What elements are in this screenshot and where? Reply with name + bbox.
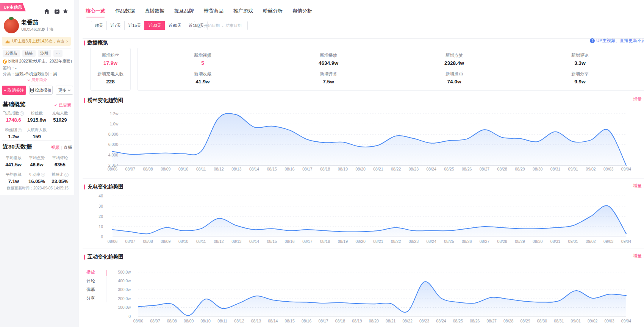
divider bbox=[2, 140, 71, 141]
tag[interactable]: 沙雕 bbox=[38, 50, 51, 57]
rank-banner-arrow: › bbox=[66, 39, 68, 44]
tab-mentioned-brands[interactable]: 提及品牌 bbox=[174, 8, 194, 17]
tag-more[interactable]: ··· bbox=[53, 50, 63, 57]
stat-avg-favorites: 平均收藏 7.1w bbox=[2, 172, 25, 184]
x-axis-label: 08/11 bbox=[196, 239, 206, 244]
x-axis-label: 08/17 bbox=[302, 167, 312, 171]
x-axis-label: 08/30 bbox=[533, 239, 542, 244]
x-axis-label: 09/03 bbox=[604, 319, 614, 323]
toggle-video[interactable]: 视频 bbox=[51, 145, 59, 150]
y-axis-label: 8,000 bbox=[108, 132, 118, 136]
category-row: 分类：游戏-单机游戏 bbox=[3, 71, 42, 77]
x-axis-label: 08/24 bbox=[436, 319, 446, 323]
rank-banner[interactable]: UP主近3月上榜1426次，点击查看 › bbox=[2, 37, 71, 46]
x-axis-label: 08/25 bbox=[453, 319, 463, 323]
toggle-increment[interactable]: 增量 bbox=[633, 183, 642, 188]
x-axis-label: 08/22 bbox=[391, 239, 401, 244]
gender-row: 性别：男 bbox=[41, 71, 57, 77]
info-icon[interactable]: ? bbox=[64, 173, 69, 177]
stat-engagement-rate: 互动率? 16.05% bbox=[25, 172, 48, 184]
toggle-live[interactable]: 直播 bbox=[64, 145, 72, 150]
y-axis-label: 0 bbox=[101, 235, 103, 239]
x-axis-label: 08/15 bbox=[267, 167, 277, 171]
expand-intro-link[interactable]: 展开简介 bbox=[0, 77, 74, 83]
tab-works-data[interactable]: 作品数据 bbox=[115, 8, 135, 17]
x-axis-label: 08/26 bbox=[462, 167, 472, 171]
x-axis-label: 08/15 bbox=[267, 239, 277, 244]
y-axis-label: 400.0w bbox=[118, 278, 131, 283]
x-axis-label: 08/07 bbox=[125, 167, 135, 171]
stat-feigua-index: 飞瓜指数? 1748.6 bbox=[2, 111, 25, 123]
tab-promoted-goods[interactable]: 带货商品 bbox=[204, 8, 224, 17]
unfollow-button[interactable]: +取消关注 bbox=[2, 86, 26, 95]
active-tab-indicator bbox=[106, 270, 106, 276]
chevron-down-icon bbox=[27, 79, 30, 81]
x-axis-label: 08/27 bbox=[480, 167, 489, 171]
x-axis-label: 08/27 bbox=[487, 319, 497, 323]
filter-30d[interactable]: 近30天 bbox=[144, 21, 164, 30]
date-range-picker[interactable]: 开始日期 - 结束日期 bbox=[194, 21, 248, 30]
home-icon[interactable] bbox=[44, 8, 50, 14]
fans-trend-line-chart[interactable]: 1.2w1.0w8,0006,0004,0002,31708/0608/0708… bbox=[79, 105, 644, 174]
filter-yesterday[interactable]: 昨天 bbox=[91, 21, 106, 30]
x-axis-label: 08/07 bbox=[125, 239, 135, 244]
verified-icon bbox=[3, 59, 7, 64]
toggle-increment[interactable]: 增量 bbox=[633, 253, 642, 258]
x-axis-label: 08/19 bbox=[338, 239, 348, 244]
x-axis-label: 08/21 bbox=[373, 239, 383, 244]
x-axis-label: 08/25 bbox=[444, 239, 454, 244]
charging-trend-line-chart[interactable]: 40302010008/0608/0708/0808/0908/1008/110… bbox=[79, 189, 644, 247]
tab-fan-analysis[interactable]: 粉丝分析 bbox=[263, 8, 283, 17]
star-icon[interactable] bbox=[62, 8, 69, 14]
x-axis-label: 08/20 bbox=[369, 319, 379, 323]
main-tab-bar: 核心一览 作品数据 直播数据 提及品牌 带货商品 推广游戏 粉丝分析 舆情分析 bbox=[86, 8, 312, 17]
x-axis-label: 08/30 bbox=[533, 167, 542, 171]
x-axis-label: 09/01 bbox=[568, 239, 578, 244]
area-fill bbox=[113, 206, 626, 237]
filter-7d[interactable]: 近7天 bbox=[106, 21, 124, 30]
x-axis-label: 08/23 bbox=[419, 319, 429, 323]
more-button[interactable]: 更多 bbox=[56, 86, 73, 95]
area-fill bbox=[113, 113, 626, 165]
recent-stats-grid: 平均播放 441.5w 平均点赞 46.6w 平均评论 6355 平均收藏 7.… bbox=[2, 155, 72, 184]
y-axis-label: 10 bbox=[98, 224, 103, 229]
divider bbox=[2, 98, 71, 98]
stat-col-plays: 新增播放 4634.9w 新增弹幕 7.5w bbox=[306, 53, 351, 84]
divider bbox=[83, 249, 644, 249]
filter-15d[interactable]: 近15天 bbox=[124, 21, 144, 30]
filter-90d[interactable]: 近90天 bbox=[165, 21, 185, 30]
x-axis-label: 09/01 bbox=[571, 319, 581, 323]
updated-badge: ✓ 已更新 bbox=[54, 102, 71, 108]
tab-sentiment-analysis[interactable]: 舆情分析 bbox=[292, 8, 312, 17]
x-axis-label: 08/23 bbox=[409, 167, 419, 171]
video-icon[interactable] bbox=[54, 8, 60, 14]
avatar[interactable] bbox=[4, 18, 19, 33]
basic-overview-title: 基础概览 bbox=[3, 101, 25, 108]
y-axis-label: 20 bbox=[98, 214, 103, 219]
x-axis-label: 08/09 bbox=[184, 319, 194, 323]
info-icon[interactable]: ? bbox=[20, 111, 24, 116]
stat-chargers: 充电人数 51029 bbox=[48, 111, 72, 123]
x-axis-label: 08/09 bbox=[161, 167, 170, 171]
info-icon[interactable]: ? bbox=[41, 173, 45, 177]
tab-live-data[interactable]: 直播数据 bbox=[145, 8, 164, 17]
tab-promoted-games[interactable]: 推广游戏 bbox=[233, 8, 253, 17]
question-icon: ? bbox=[590, 38, 595, 43]
tag[interactable]: 搞笑 bbox=[22, 50, 36, 57]
interaction-trend-line-chart[interactable]: 500.0w400.0w300.0w200.0w100.0w008/0608/0… bbox=[79, 265, 644, 327]
help-link[interactable]: ? UP主视频、直播更新不及时怎么 bbox=[590, 38, 644, 44]
tab-core-overview[interactable]: 核心一览 bbox=[86, 8, 105, 17]
x-axis-label: 08/22 bbox=[402, 319, 412, 323]
info-icon[interactable]: ? bbox=[18, 128, 22, 132]
x-axis-label: 08/31 bbox=[550, 167, 560, 171]
x-axis-label: 08/29 bbox=[515, 167, 525, 171]
toggle-increment[interactable]: 增量 bbox=[633, 97, 642, 102]
video-live-toggle: 视频|直播 bbox=[51, 145, 72, 150]
x-axis-label: 08/11 bbox=[196, 167, 206, 171]
x-axis-label: 08/19 bbox=[338, 167, 348, 171]
yen-icon: ¥ bbox=[30, 88, 34, 92]
stat-captains: 大航海人数 159 bbox=[25, 127, 48, 139]
tag[interactable]: 老番茄 bbox=[3, 50, 20, 57]
x-axis-label: 08/24 bbox=[427, 167, 436, 171]
quote-button[interactable]: ¥ 投放报价 bbox=[29, 86, 53, 95]
